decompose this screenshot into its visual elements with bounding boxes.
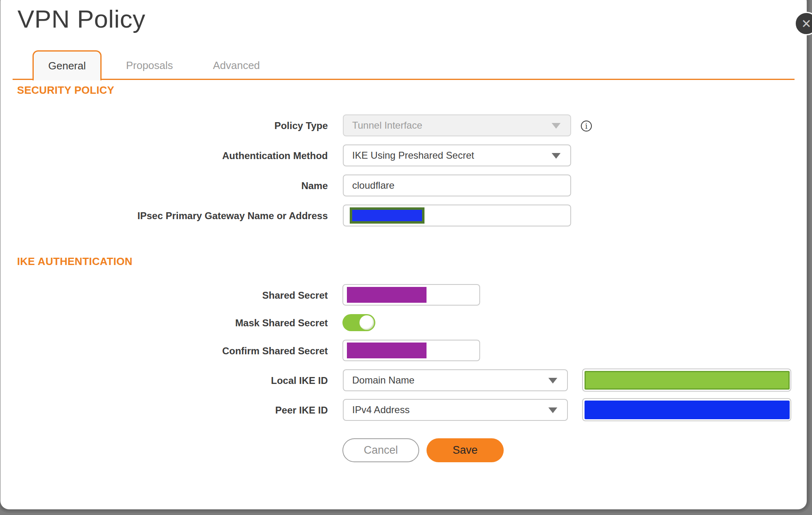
save-button-label: Save	[453, 444, 478, 457]
local-ike-id-type-value: Domain Name	[352, 375, 414, 386]
confirm-shared-secret-redacted-value	[347, 343, 427, 358]
shared-secret-redacted-value	[347, 287, 427, 303]
local-ike-id-value-input[interactable]	[582, 368, 791, 392]
chevron-down-icon	[548, 407, 557, 413]
peer-ike-id-value-input[interactable]	[582, 398, 791, 421]
section-ike-authentication: IKE AUTHENTICATION	[17, 255, 132, 268]
tab-advanced[interactable]: Advanced	[202, 50, 271, 80]
authentication-method-select[interactable]: IKE Using Preshared Secret	[343, 144, 571, 166]
policy-type-value: Tunnel Interface	[352, 120, 422, 131]
page-title: VPN Policy	[17, 4, 145, 33]
cancel-button-label: Cancel	[364, 444, 398, 457]
section-security-policy: SECURITY POLICY	[17, 84, 115, 97]
chevron-down-icon	[548, 378, 557, 384]
peer-ike-id-type-select[interactable]: IPv4 Address	[343, 399, 568, 421]
mask-shared-secret-label: Mask Shared Secret	[0, 317, 328, 329]
vpn-policy-dialog: VPN Policy General Proposals Advanced SE…	[0, 0, 809, 511]
peer-ike-id-label: Peer IKE ID	[0, 405, 328, 416]
tab-advanced-label: Advanced	[213, 59, 260, 72]
mask-shared-secret-toggle[interactable]	[342, 314, 375, 331]
name-label: Name	[0, 180, 328, 192]
gateway-redacted-value	[350, 207, 424, 224]
tab-proposals[interactable]: Proposals	[115, 50, 184, 80]
confirm-shared-secret-label: Confirm Shared Secret	[0, 345, 328, 357]
tab-general-label: General	[48, 60, 86, 72]
peer-ike-id-redacted-value	[585, 401, 790, 419]
info-icon-glyph: i	[585, 122, 588, 130]
authentication-method-value: IKE Using Preshared Secret	[352, 150, 474, 161]
cancel-button[interactable]: Cancel	[342, 438, 419, 462]
shared-secret-label: Shared Secret	[0, 290, 328, 301]
local-ike-id-label: Local IKE ID	[0, 375, 328, 386]
gateway-label: IPsec Primary Gateway Name or Address	[0, 210, 328, 222]
policy-type-select: Tunnel Interface	[343, 114, 571, 136]
tab-proposals-label: Proposals	[126, 59, 173, 72]
save-button[interactable]: Save	[427, 438, 504, 462]
local-ike-id-redacted-value	[585, 371, 790, 390]
chevron-down-icon	[552, 123, 561, 129]
toggle-knob	[359, 315, 374, 330]
policy-type-label: Policy Type	[0, 120, 328, 131]
local-ike-id-type-select[interactable]: Domain Name	[343, 369, 568, 391]
peer-ike-id-type-value: IPv4 Address	[352, 404, 409, 416]
authentication-method-label: Authentication Method	[0, 150, 328, 162]
name-input[interactable]	[343, 175, 571, 196]
tab-general[interactable]: General	[32, 50, 102, 80]
close-icon: ✕	[801, 17, 811, 31]
chevron-down-icon	[552, 153, 561, 159]
info-icon[interactable]: i	[581, 121, 592, 131]
